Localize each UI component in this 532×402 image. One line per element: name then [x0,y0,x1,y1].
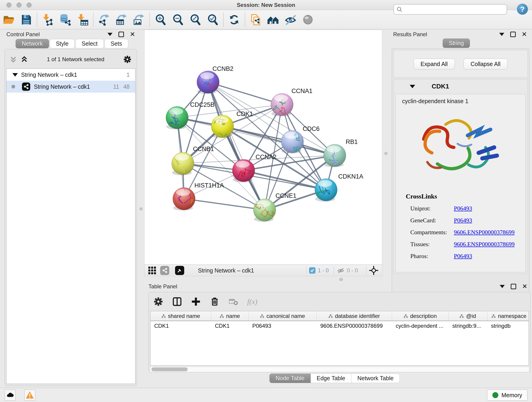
tab-node-table[interactable]: Node Table [269,374,311,383]
panel-menu-icon[interactable] [500,285,505,288]
panel-menu-icon[interactable] [499,33,504,36]
network-edge[interactable] [208,82,282,104]
crosslink-link[interactable]: 9606.ENSP00000378699 [454,241,515,248]
column-header-databaseidentifier[interactable]: database identifier [317,311,392,321]
create-column-plus-icon[interactable] [191,297,201,307]
close-panel-icon[interactable]: ✕ [522,284,527,289]
network-view-toolbar: String Network – cdk1 1 - 0 0 - 0 [144,265,382,276]
save-session-button[interactable] [17,12,35,28]
column-header-name[interactable]: name [211,311,249,321]
section-expand-icon[interactable] [410,85,415,88]
bottom-divider-grip[interactable] [339,278,343,281]
hidden-eye-slash-icon[interactable] [337,267,345,274]
network-collection-row[interactable]: String Network – cdk1 1 [6,69,135,81]
tab-style[interactable]: Style [50,39,75,48]
crosslink-link[interactable]: 9606.ENSP00000378699 [454,229,515,236]
zoom-out-button[interactable] [169,12,186,28]
float-panel-icon[interactable] [119,32,124,37]
column-header-description[interactable]: description [392,311,449,321]
collapse-all-button[interactable]: Collapse All [463,59,508,70]
tab-network-table[interactable]: Network Table [351,374,400,383]
help-button[interactable]: ? [517,4,528,15]
scrollbar-thumb[interactable] [152,367,188,371]
column-header-id[interactable]: @id [449,311,487,321]
gear-icon[interactable] [123,55,132,64]
search-input[interactable] [405,6,507,13]
table-cell[interactable]: stringdb:9... [449,321,487,331]
show-all-button[interactable] [299,12,317,28]
network-edge[interactable] [184,199,265,210]
tab-sets[interactable]: Sets [104,39,128,48]
right-divider-grip[interactable] [385,152,387,155]
expand-all-tree-icon[interactable] [9,56,17,63]
network-row[interactable]: String Network – cdk1 11 48 [6,81,135,93]
table-cell[interactable]: P06493 [249,321,317,331]
import-network-from-database-button[interactable] [56,12,74,28]
hide-selected-button[interactable] [282,12,299,28]
panel-menu-icon[interactable] [108,33,113,36]
column-header-namespace[interactable]: namespace [487,311,529,321]
crosslink-link[interactable]: P06493 [454,217,472,224]
zoom-selected-button[interactable] [204,12,221,28]
network-node-rb1[interactable]: RB1 [323,138,358,167]
network-node-ccna1[interactable]: CCNA1 [271,88,312,116]
open-session-button[interactable] [0,12,17,28]
crosshair-icon[interactable] [369,266,378,275]
table-cell[interactable]: stringdb [487,321,529,331]
float-panel-icon[interactable] [510,32,516,37]
minimize-window-button[interactable] [17,2,22,7]
float-panel-icon[interactable] [511,284,516,289]
column-header-canonicalname[interactable]: canonical name [249,311,317,321]
network-node-ccnb2[interactable]: CCNB2 [197,65,234,94]
zoom-in-button[interactable] [152,12,169,28]
selected-checkbox-icon[interactable] [309,267,316,274]
table-cell[interactable]: CDK1 [151,321,211,331]
export-table-button[interactable] [113,12,130,28]
delete-column-trash-icon[interactable] [210,297,220,307]
grid-view-icon[interactable] [148,266,157,275]
apply-layout-button[interactable] [225,12,243,28]
zoom-fit-button[interactable] [186,12,204,28]
tab-string[interactable]: String [443,38,470,48]
network-node-ccnb1[interactable]: CCNB1 [167,146,214,175]
left-divider-grip[interactable] [139,207,143,211]
expand-all-button[interactable]: Expand All [413,59,455,70]
warnings-button[interactable] [24,390,35,401]
network-edge[interactable] [244,171,326,190]
cloud-status-button[interactable] [5,390,16,401]
column-header-sharedname[interactable]: shared name [151,311,211,321]
node-label: CDC6 [303,125,320,132]
network-node-cdc25b[interactable]: CDC25B [163,101,215,129]
tab-select[interactable]: Select [75,39,104,48]
crosslink-link[interactable]: P06493 [454,253,472,260]
show-columns-icon[interactable] [172,297,182,307]
import-network-button[interactable] [39,12,56,28]
tab-network[interactable]: Network [16,39,49,48]
network-node-ccne1[interactable]: CCNE1 [253,192,297,222]
network-canvas[interactable]: CCNB2CCNA1CDC25BCDK1CDC6RB1CCNB1CCNA2CDK… [144,30,382,265]
tab-edge-table[interactable]: Edge Table [311,374,351,383]
crosslink-link[interactable]: P06493 [454,205,472,212]
network-node-hist1h1a[interactable]: HIST1H1A [173,182,224,211]
close-window-button[interactable] [6,2,12,7]
table-horizontal-scrollbar[interactable] [150,366,529,372]
table-cell[interactable]: 9606.ENSP00000378699 [317,321,392,331]
string-view-icon[interactable] [160,266,169,275]
close-panel-icon[interactable]: ✕ [522,32,527,37]
birdseye-view-icon[interactable] [175,266,184,275]
table-cell[interactable]: cyclin-dependent ... [392,321,449,331]
collapse-all-tree-icon[interactable] [20,56,28,63]
gene-section-header[interactable]: CDK1 [394,79,527,94]
table-options-gear-icon[interactable] [153,297,163,307]
maximize-window-button[interactable] [27,2,32,7]
network-node-cdk1[interactable]: CDK1 [211,110,253,142]
first-neighbors-button[interactable] [264,12,282,28]
table-cell[interactable]: CDK1 [211,321,249,331]
memory-button[interactable]: Memory [487,390,527,401]
new-network-from-selection-button[interactable] [247,12,264,28]
close-panel-icon[interactable]: ✕ [130,32,135,37]
import-table-button[interactable] [74,12,91,28]
tree-expand-icon[interactable] [12,73,18,77]
export-network-button[interactable] [95,12,113,28]
export-image-button[interactable] [130,12,147,28]
